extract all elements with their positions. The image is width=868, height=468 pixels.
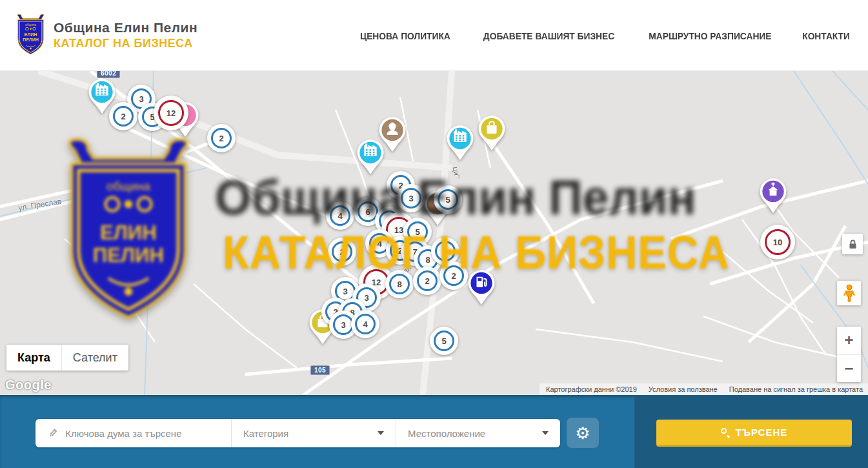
cluster-marker[interactable]: 4 (351, 310, 379, 338)
svg-text:ПЕЛИН: ПЕЛИН (23, 37, 39, 42)
cluster-marker[interactable]: 3 (397, 184, 425, 212)
category-dropdown-label: Категория (243, 428, 288, 439)
chevron-down-icon (542, 431, 549, 435)
google-logo[interactable]: Google (5, 378, 52, 392)
street-label: ци" (450, 166, 461, 179)
site-title: Община Елин Пелин (54, 20, 197, 36)
keyword-segment: ✎ (35, 419, 231, 447)
cluster-marker[interactable]: 8 (385, 270, 414, 298)
fuel-icon (476, 277, 486, 287)
lock-icon (849, 239, 857, 249)
road-number-badge: 105 (310, 365, 330, 375)
poi-marker[interactable] (378, 116, 407, 155)
report-error-link[interactable]: Подаване на сигнал за грешка в картата (729, 385, 863, 393)
search-button[interactable]: ТЪРСЕНЕ (656, 420, 852, 447)
cluster-marker[interactable]: 10 (760, 225, 795, 259)
cluster-marker[interactable]: 5 (434, 185, 462, 214)
nav-contacts[interactable]: КОНТАКТИ (802, 30, 850, 41)
svg-text:община: община (25, 23, 36, 26)
cluster-marker[interactable]: 4 (326, 201, 354, 230)
map-canvas[interactable]: ул. Преслав бул. „Новосел ци" 6002 105 (0, 71, 868, 395)
zoom-control: + − (837, 327, 861, 382)
cluster-marker[interactable]: 2 (109, 102, 137, 130)
cluster-marker[interactable]: 2 (439, 261, 468, 290)
map-type-satellite-button[interactable]: Сателит (61, 345, 128, 371)
svg-text:ЕЛИН: ЕЛИН (25, 32, 37, 37)
road-number-badge: 6002 (97, 71, 120, 78)
search-bar: ✎ Категория Местоположение (35, 419, 560, 447)
poi-marker[interactable] (467, 269, 496, 308)
chevron-down-icon (378, 431, 384, 435)
cluster-marker[interactable]: 2 (328, 238, 356, 266)
page: община ЕЛИН ПЕЛИН Община Елин Пелин КАТА… (0, 0, 868, 468)
pegman-icon (843, 284, 856, 302)
poi-marker[interactable] (446, 125, 474, 163)
site-logo[interactable]: община ЕЛИН ПЕЛИН Община Елин Пелин КАТА… (15, 13, 197, 57)
municipality-crest-icon: община ЕЛИН ПЕЛИН (15, 13, 46, 57)
search-icon (721, 428, 729, 436)
zoom-out-button[interactable]: − (837, 355, 861, 383)
pegman-button[interactable] (837, 281, 861, 305)
map-type-map-button[interactable]: Карта (6, 345, 61, 371)
terms-link[interactable]: Условия за ползване (649, 385, 718, 393)
cluster-marker[interactable]: 12 (154, 96, 188, 130)
location-dropdown[interactable]: Местоположение (396, 419, 560, 447)
cluster-marker[interactable]: 5 (430, 327, 458, 355)
attribution-copyright: Картографски данни ©2019 (546, 385, 637, 393)
zoom-in-button[interactable]: + (837, 327, 861, 355)
header: община ЕЛИН ПЕЛИН Община Елин Пелин КАТА… (0, 0, 868, 71)
nav-add-business[interactable]: ДОБАВЕТЕ ВАШИЯТ БИЗНЕС (483, 30, 614, 41)
keyword-input[interactable] (65, 428, 231, 439)
cluster-marker[interactable]: 2 (413, 267, 441, 295)
lock-button[interactable] (842, 234, 863, 254)
nav-pricing[interactable]: ЦЕНОВА ПОЛИТИКА (360, 30, 450, 41)
pencil-icon: ✎ (48, 427, 57, 440)
category-dropdown[interactable]: Категория (231, 419, 396, 447)
gear-icon: ⚙ (575, 423, 590, 443)
nav-route-schedule[interactable]: МАРШРУТНО РАЗПИСАНИЕ (649, 30, 771, 41)
poi-marker[interactable] (759, 178, 787, 216)
site-subtitle: КАТАЛОГ НА БИЗНЕСА (54, 37, 197, 50)
location-dropdown-label: Местоположение (408, 428, 485, 439)
main-nav: ЦЕНОВА ПОЛИТИКА ДОБАВЕТЕ ВАШИЯТ БИЗНЕС М… (356, 0, 852, 71)
map-attribution: Картографски данни ©2019 Условия за полз… (540, 383, 868, 395)
search-section: ✎ Категория Местоположение ⚙ ТЪРСЕНЕ (0, 395, 868, 468)
cluster-marker[interactable]: 2 (207, 124, 236, 152)
advanced-search-button[interactable]: ⚙ (567, 418, 599, 448)
map-type-control: Карта Сателит (6, 345, 128, 371)
poi-marker[interactable] (478, 115, 506, 154)
